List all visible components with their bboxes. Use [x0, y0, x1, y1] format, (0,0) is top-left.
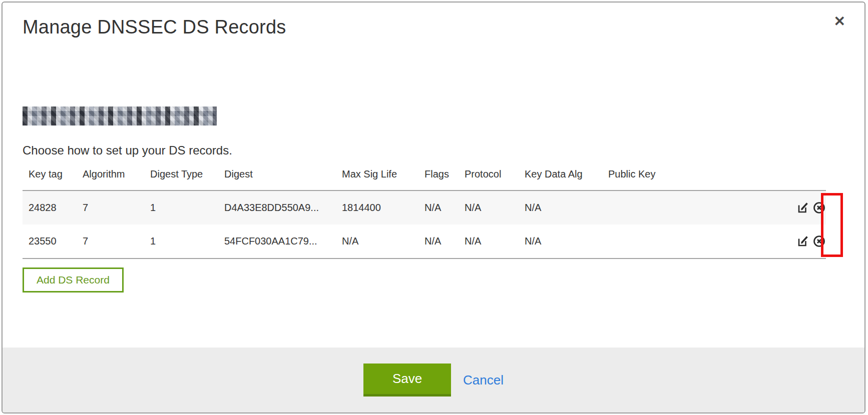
cancel-link[interactable]: Cancel — [463, 372, 504, 388]
cell-max-sig-life: 1814400 — [342, 190, 424, 224]
ds-records-table-wrapper: Key tag Algorithm Digest Type Digest Max… — [23, 160, 844, 259]
column-header-digest: Digest — [224, 160, 342, 190]
cell-digest: D4A33E8DD550A9... — [224, 190, 342, 224]
edit-record-button[interactable] — [796, 234, 810, 248]
cell-key-data-alg: N/A — [525, 190, 608, 224]
edit-icon — [796, 201, 810, 214]
column-header-actions — [758, 160, 826, 190]
cell-key-tag: 23550 — [23, 224, 83, 258]
delete-record-button[interactable] — [812, 234, 826, 248]
cell-flags: N/A — [424, 224, 465, 258]
table-header-row: Key tag Algorithm Digest Type Digest Max… — [23, 160, 826, 190]
ds-records-table: Key tag Algorithm Digest Type Digest Max… — [23, 160, 826, 259]
column-header-digest-type: Digest Type — [150, 160, 224, 190]
cell-public-key — [608, 224, 758, 258]
edit-record-button[interactable] — [796, 201, 810, 214]
cell-actions — [758, 224, 826, 258]
column-header-key-data-alg: Key Data Alg — [525, 160, 608, 190]
delete-icon — [812, 201, 826, 214]
intro-text: Choose how to set up your DS records. — [23, 144, 844, 158]
save-button[interactable]: Save — [363, 364, 451, 396]
cell-public-key — [608, 190, 758, 224]
column-header-max-sig-life: Max Sig Life — [342, 160, 424, 190]
cell-digest-type: 1 — [150, 190, 224, 224]
add-ds-record-button[interactable]: Add DS Record — [23, 268, 124, 292]
manage-dnssec-ds-records-dialog: ✕ Manage DNSSEC DS Records Choose how to… — [2, 2, 865, 414]
ds-record-row: 23550 7 1 54FCF030AA1C79... N/A N/A N/A … — [23, 224, 826, 258]
cell-algorithm: 7 — [83, 224, 150, 258]
cell-key-data-alg: N/A — [525, 224, 608, 258]
cell-protocol: N/A — [465, 190, 525, 224]
column-header-protocol: Protocol — [465, 160, 525, 190]
cell-protocol: N/A — [465, 224, 525, 258]
cell-actions — [758, 190, 826, 224]
cell-digest: 54FCF030AA1C79... — [224, 224, 342, 258]
column-header-flags: Flags — [424, 160, 465, 190]
edit-icon — [796, 234, 810, 248]
delete-icon — [812, 234, 826, 248]
dialog-footer: Save Cancel — [3, 348, 864, 412]
cell-key-tag: 24828 — [23, 190, 83, 224]
cell-flags: N/A — [424, 190, 465, 224]
dialog-title: Manage DNSSEC DS Records — [23, 16, 844, 38]
cell-algorithm: 7 — [83, 190, 150, 224]
column-header-algorithm: Algorithm — [83, 160, 150, 190]
cell-digest-type: 1 — [150, 224, 224, 258]
column-header-public-key: Public Key — [608, 160, 758, 190]
redacted-domain-name — [23, 106, 217, 126]
column-header-key-tag: Key tag — [23, 160, 83, 190]
cell-max-sig-life: N/A — [342, 224, 424, 258]
delete-record-button[interactable] — [812, 201, 826, 214]
dialog-content: Manage DNSSEC DS Records Choose how to s… — [3, 16, 864, 292]
ds-record-row: 24828 7 1 D4A33E8DD550A9... 1814400 N/A … — [23, 190, 826, 224]
